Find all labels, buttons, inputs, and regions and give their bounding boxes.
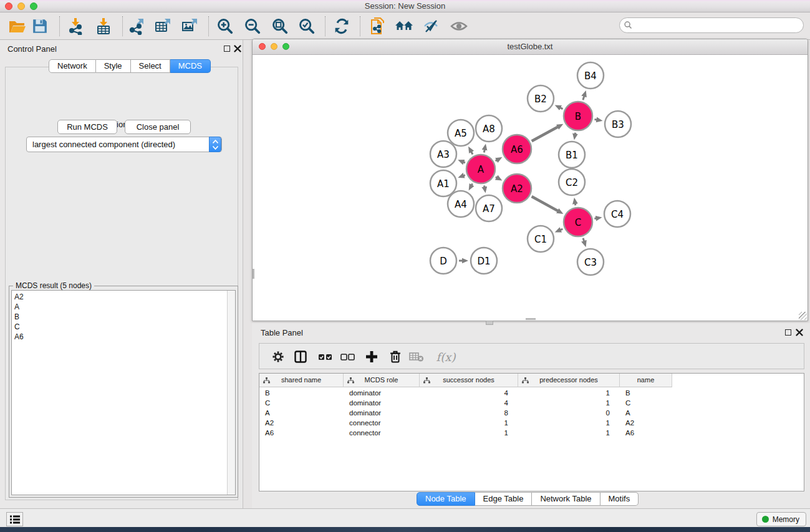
network-node-A6[interactable]: A6: [503, 135, 531, 163]
table-cell[interactable]: dominator: [344, 399, 420, 409]
table-cell[interactable]: B: [259, 389, 344, 399]
select-all-button[interactable]: [316, 347, 335, 367]
run-mcds-button[interactable]: Run MCDS: [57, 120, 117, 134]
column-header-name[interactable]: name: [620, 374, 672, 387]
network-node-B3[interactable]: B3: [605, 111, 631, 137]
table-row[interactable]: Bdominator41B: [259, 389, 804, 399]
new-network-from-file-button[interactable]: [367, 16, 389, 36]
table-settings-button[interactable]: [268, 347, 288, 367]
table-cell[interactable]: A: [620, 409, 672, 418]
table-cell[interactable]: 0: [518, 409, 620, 418]
mcds-result-item[interactable]: A6: [14, 332, 24, 342]
table-row[interactable]: A2connector11A2: [259, 418, 804, 428]
column-header-successor-nodes[interactable]: successor nodes: [420, 374, 518, 387]
network-node-A3[interactable]: A3: [430, 141, 456, 167]
table-cell[interactable]: A2: [259, 418, 344, 428]
table-cell[interactable]: 1: [518, 428, 620, 438]
network-canvas[interactable]: B4B2BB3A8A5A6A3B1AC2A1A2A4A7C4CC1C3DD1: [253, 56, 807, 320]
table-cell[interactable]: 1: [518, 389, 620, 399]
network-node-C4[interactable]: C4: [604, 201, 630, 227]
table-cell[interactable]: 8: [420, 409, 518, 418]
table-row[interactable]: Adominator80A: [259, 409, 804, 418]
network-edge-A-A3[interactable]: [464, 162, 465, 163]
table-cell[interactable]: connector: [344, 418, 420, 428]
network-node-C1[interactable]: C1: [528, 226, 554, 252]
network-edge-B-B3[interactable]: [595, 119, 597, 120]
tab-motifs[interactable]: Motifs: [600, 492, 639, 506]
network-node-C2[interactable]: C2: [559, 169, 585, 195]
network-node-D1[interactable]: D1: [471, 248, 497, 274]
network-vertical-scrollbar[interactable]: [253, 269, 254, 279]
tab-node-table[interactable]: Node Table: [417, 492, 475, 506]
network-node-C[interactable]: C: [564, 208, 592, 236]
refresh-button[interactable]: [330, 16, 353, 36]
network-edge-C-C1[interactable]: [561, 229, 563, 230]
float-panel-icon[interactable]: [224, 46, 230, 52]
table-cell[interactable]: C: [259, 399, 344, 409]
network-node-A8[interactable]: A8: [476, 115, 502, 142]
first-neighbors-button[interactable]: [393, 16, 415, 36]
network-edge-A-A5[interactable]: [471, 152, 473, 155]
table-cell[interactable]: 1: [518, 399, 620, 409]
zoom-in-button[interactable]: [214, 16, 236, 36]
save-session-button[interactable]: [29, 16, 51, 36]
zoom-fit-button[interactable]: [269, 16, 291, 36]
network-node-A[interactable]: A: [466, 155, 495, 183]
network-node-A5[interactable]: A5: [448, 120, 474, 146]
network-node-A7[interactable]: A7: [476, 195, 502, 221]
show-columns-button[interactable]: [291, 347, 311, 367]
network-node-B4[interactable]: B4: [577, 62, 604, 89]
mcds-result-item[interactable]: C: [14, 322, 24, 332]
table-row[interactable]: A6connector11A6: [259, 428, 804, 438]
column-header-mcds-role[interactable]: MCDS role: [344, 374, 420, 387]
criterion-dropdown[interactable]: largest connected component (directed): [26, 137, 222, 152]
tab-mcds[interactable]: MCDS: [170, 59, 211, 73]
network-edge-A-A4[interactable]: [471, 183, 472, 185]
table-cell[interactable]: A6: [259, 428, 344, 438]
network-edge-A-A6[interactable]: [496, 160, 497, 161]
table-cell[interactable]: C: [620, 399, 672, 409]
network-node-A4[interactable]: A4: [448, 191, 474, 217]
table-cell[interactable]: A2: [620, 418, 672, 428]
tab-style[interactable]: Style: [96, 59, 131, 73]
network-node-A1[interactable]: A1: [430, 170, 456, 196]
network-edge-A-A1[interactable]: [464, 175, 465, 176]
table-float-panel-icon[interactable]: [785, 329, 791, 336]
network-horizontal-scrollbar[interactable]: [526, 318, 536, 320]
mcds-result-list[interactable]: A2ABCA6: [11, 290, 236, 495]
hide-selected-button[interactable]: [420, 16, 442, 36]
table-cell[interactable]: A: [259, 409, 344, 418]
network-node-C3[interactable]: C3: [577, 249, 604, 275]
search-box[interactable]: [619, 17, 804, 33]
network-edge-A2-C[interactable]: [532, 196, 558, 211]
table-cell[interactable]: dominator: [344, 409, 420, 418]
add-column-button[interactable]: [362, 347, 382, 367]
dropdown-stepper[interactable]: [209, 137, 221, 152]
tab-network-table[interactable]: Network Table: [532, 492, 600, 506]
table-cell[interactable]: A6: [620, 428, 672, 438]
delete-table-button[interactable]: [407, 347, 427, 367]
table-cell[interactable]: connector: [344, 428, 420, 438]
export-network-button[interactable]: [125, 16, 148, 36]
network-edge-B-B2[interactable]: [561, 108, 563, 109]
network-node-A2[interactable]: A2: [503, 174, 531, 203]
open-file-button[interactable]: [6, 16, 29, 36]
tab-edge-table[interactable]: Edge Table: [475, 492, 533, 506]
column-header-predecessor-nodes[interactable]: predecessor nodes: [518, 374, 620, 387]
table-cell[interactable]: 1: [518, 418, 620, 428]
mcds-result-item[interactable]: B: [14, 312, 24, 322]
splitter-handle[interactable]: [486, 321, 493, 325]
task-history-button[interactable]: [6, 512, 23, 526]
network-edge-A6-B[interactable]: [532, 127, 558, 142]
table-row[interactable]: Cdominator41C: [259, 399, 804, 409]
close-panel-icon[interactable]: [234, 45, 241, 52]
network-window-titlebar[interactable]: testGlobe.txt: [253, 39, 808, 55]
network-edge-C-C3[interactable]: [583, 238, 584, 241]
tab-network[interactable]: Network: [49, 59, 96, 73]
mcds-result-item[interactable]: A: [14, 302, 24, 312]
search-input[interactable]: [636, 19, 798, 31]
network-node-B[interactable]: B: [564, 102, 592, 130]
mcds-result-item[interactable]: A2: [14, 292, 24, 302]
network-node-B2[interactable]: B2: [528, 85, 554, 112]
network-node-D[interactable]: D: [430, 248, 456, 274]
